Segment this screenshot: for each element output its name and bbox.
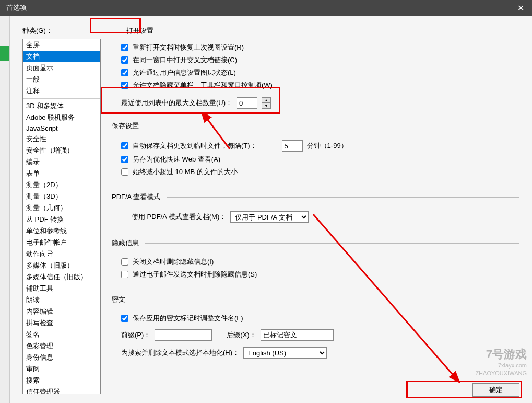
restore-view-label: 重新打开文档时恢复上次视图设置(R) (133, 43, 244, 52)
dialog-body: 种类(G)： 全屏文档页面显示一般注释3D 和多媒体Adobe 联机服务Java… (9, 16, 532, 403)
category-item[interactable]: 文档 (23, 51, 100, 62)
checkbox-row: 另存为优化快速 Web 查看(A) (121, 155, 519, 164)
group-title-pdfa: PDF/A 查看模式 (109, 192, 163, 202)
hidden-onemail-label: 通过电子邮件发送文档时删除隐藏信息(S) (133, 270, 257, 279)
category-item[interactable]: 安全性（增强） (23, 145, 100, 156)
category-item[interactable]: 页面显示 (23, 62, 100, 74)
redact-adjustname-checkbox[interactable] (121, 315, 128, 322)
category-label: 种类(G)： (22, 26, 101, 36)
recent-count-label: 最近使用列表中的最大文档数量(U)： (121, 98, 232, 108)
category-item[interactable]: JavaScript (23, 123, 100, 133)
category-item[interactable]: 信任管理器 (23, 386, 100, 394)
category-item[interactable]: 一般 (23, 74, 100, 85)
checkbox-row: 在同一窗口中打开交叉文档链接(C) (121, 55, 519, 65)
redact-locale-row: 为搜索并删除文本模式选择本地化(H)： English (US) (121, 347, 519, 359)
titlebar: 首选项 ✕ (0, 0, 532, 16)
pdfa-mode-select[interactable]: 仅用于 PDF/A 文档 (230, 211, 309, 223)
redact-suffix-input[interactable] (261, 329, 334, 341)
redact-locale-label: 为搜索并删除文本模式选择本地化(H)： (121, 348, 239, 358)
recent-count-input[interactable] (237, 97, 257, 109)
dialog-title: 首选项 (6, 3, 27, 13)
category-item[interactable]: 多媒体（旧版） (23, 260, 100, 271)
ok-button[interactable]: 确定 (472, 383, 519, 397)
hidden-onclose-checkbox[interactable] (121, 258, 128, 266)
redact-suffix-label: 后缀(X)： (227, 330, 256, 340)
autosave-label-pre: 自动保存文档更改到临时文件，每隔(T)： (133, 141, 257, 151)
recent-count-row: 最近使用列表中的最大文档数量(U)： ▲ ▼ (121, 97, 519, 109)
category-item[interactable]: 拼写检查 (23, 317, 100, 329)
category-item[interactable]: 单位和参考线 (23, 225, 100, 237)
spinner-up-icon[interactable]: ▲ (262, 98, 270, 103)
checkbox-row: 允许文档隐藏菜单栏、工具栏和窗口控制项(W) (121, 80, 519, 90)
autosave-row: 自动保存文档更改到临时文件，每隔(T)： 分钟（1-99） (121, 140, 519, 152)
category-item[interactable]: 电子邮件帐户 (23, 237, 100, 248)
open-settings-group: 打开设置 重新打开文档时恢复上次视图设置(R) 在同一窗口中打开交叉文档链接(C… (112, 26, 519, 109)
redact-locale-select[interactable]: English (US) (243, 347, 327, 359)
settings-panel: 打开设置 重新打开文档时恢复上次视图设置(R) 在同一窗口中打开交叉文档链接(C… (112, 26, 519, 362)
pdfa-group: PDF/A 查看模式 使用 PDF/A 模式查看文档(M)： 仅用于 PDF/A… (112, 192, 519, 226)
category-item[interactable]: 多媒体信任（旧版） (23, 271, 100, 283)
category-item[interactable]: 搜索 (23, 375, 100, 386)
category-item[interactable]: 色彩管理 (23, 340, 100, 352)
group-title-hidden: 隐藏信息 (109, 238, 142, 248)
pdfa-mode-label: 使用 PDF/A 模式查看文档(M)： (132, 212, 226, 222)
category-item[interactable]: 动作向导 (23, 248, 100, 260)
left-accent (0, 46, 9, 61)
category-item[interactable]: 身份信息 (23, 352, 100, 363)
reduce10mb-label: 始终减小超过 10 MB 的文件的大小 (133, 167, 238, 177)
checkbox-row: 重新打开文档时恢复上次视图设置(R) (121, 43, 519, 52)
category-item[interactable]: 表单 (23, 168, 100, 179)
category-item[interactable]: 3D 和多媒体 (23, 100, 100, 112)
webfast-checkbox[interactable] (121, 156, 128, 163)
redact-prefix-input[interactable] (155, 329, 212, 341)
category-list[interactable]: 全屏文档页面显示一般注释3D 和多媒体Adobe 联机服务JavaScript安… (22, 39, 101, 394)
category-item[interactable]: 测量（3D） (23, 191, 100, 202)
category-item[interactable]: 安全性 (23, 133, 100, 145)
save-settings-group: 保存设置 自动保存文档更改到临时文件，每隔(T)： 分钟（1-99） 另存为优化… (112, 121, 519, 180)
hidden-info-group: 隐藏信息 关闭文档时删除隐藏信息(I) 通过电子邮件发送文档时删除隐藏信息(S) (112, 238, 519, 282)
redact-prefix-label: 前缀(P)： (121, 330, 150, 340)
checkbox-row: 通过电子邮件发送文档时删除隐藏信息(S) (121, 270, 519, 279)
layerstate-label: 允许通过用户信息设置图层状态(L) (133, 68, 236, 77)
layerstate-checkbox[interactable] (121, 69, 128, 76)
category-item[interactable]: 辅助工具 (23, 283, 100, 294)
redact-affix-row: 前缀(P)： 后缀(X)： (121, 329, 519, 341)
hidden-onclose-label: 关闭文档时删除隐藏信息(I) (133, 257, 214, 267)
category-item[interactable]: 签名 (23, 329, 100, 340)
webfast-label: 另存为优化快速 Web 查看(A) (133, 155, 220, 164)
spinner-down-icon[interactable]: ▼ (262, 103, 270, 108)
hidden-onemail-checkbox[interactable] (121, 271, 128, 278)
crosslinks-checkbox[interactable] (121, 56, 128, 64)
pdfa-mode-row: 使用 PDF/A 模式查看文档(M)： 仅用于 PDF/A 文档 (121, 211, 519, 223)
category-item[interactable]: 内容编辑 (23, 306, 100, 317)
checkbox-row: 保存应用的密文标记时调整文件名(F) (121, 314, 519, 323)
category-item[interactable]: 测量（几何） (23, 202, 100, 214)
recent-count-spinner[interactable]: ▲ ▼ (262, 97, 271, 109)
crosslinks-label: 在同一窗口中打开交叉文档链接(C) (133, 55, 237, 65)
close-icon[interactable]: ✕ (515, 3, 526, 13)
watermark: 7号游戏 7xiayx.com ZHAOYOUXIWANG (475, 347, 527, 377)
hidemenu-checkbox[interactable] (121, 82, 128, 89)
redact-adjustname-label: 保存应用的密文标记时调整文件名(F) (133, 314, 243, 323)
category-item[interactable]: Adobe 联机服务 (23, 112, 100, 123)
category-item[interactable]: 全屏 (23, 39, 100, 51)
group-title-redact: 密文 (109, 295, 128, 304)
checkbox-row: 始终减小超过 10 MB 的文件的大小 (121, 167, 519, 177)
category-item[interactable]: 测量（2D） (23, 179, 100, 191)
restore-view-checkbox[interactable] (121, 44, 128, 51)
redaction-group: 密文 保存应用的密文标记时调整文件名(F) 前缀(P)： 后缀(X)： 为搜索并… (112, 295, 519, 362)
category-item[interactable]: 审阅 (23, 363, 100, 375)
checkbox-row: 允许通过用户信息设置图层状态(L) (121, 68, 519, 77)
group-title-save: 保存设置 (109, 121, 142, 131)
category-column: 种类(G)： 全屏文档页面显示一般注释3D 和多媒体Adobe 联机服务Java… (22, 26, 101, 394)
category-item[interactable]: 朗读 (23, 294, 100, 306)
group-title-open: 打开设置 (126, 26, 519, 36)
checkbox-row: 关闭文档时删除隐藏信息(I) (121, 257, 519, 267)
autosave-label-post: 分钟（1-99） (307, 141, 348, 151)
autosave-checkbox[interactable] (121, 142, 128, 149)
category-item[interactable]: 注释 (23, 85, 100, 97)
category-item[interactable]: 编录 (23, 156, 100, 168)
reduce10mb-checkbox[interactable] (121, 168, 128, 176)
autosave-minutes-input[interactable] (282, 140, 303, 152)
category-item[interactable]: 从 PDF 转换 (23, 214, 100, 225)
